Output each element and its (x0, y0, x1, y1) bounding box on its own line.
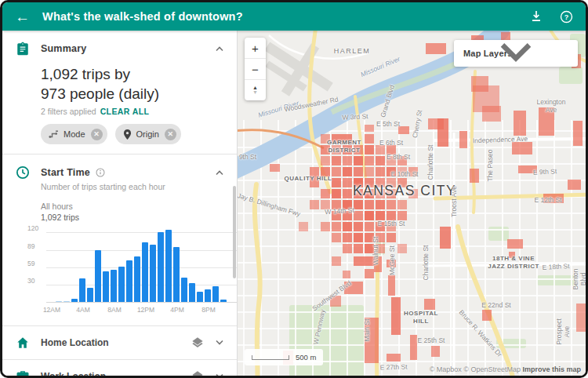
clear-all-button[interactable]: CLEAR ALL (100, 107, 150, 116)
pitch-toggle-button[interactable]: ▲▼ (245, 80, 266, 100)
work-location-row[interactable]: Work Location (2, 359, 237, 376)
clock-icon (15, 165, 31, 180)
info-icon[interactable] (96, 168, 105, 177)
walkshed-block (507, 239, 523, 249)
walkshed-block (365, 189, 374, 198)
pitch-icon: ▲▼ (252, 85, 258, 95)
map-canvas[interactable]: HARLEMMissouri RiverMissouri RiverWoodsw… (238, 31, 586, 376)
walkshed-block (568, 180, 581, 190)
walkshed-block (376, 233, 385, 242)
walkshed-block (539, 107, 554, 136)
walkshed-block (387, 167, 396, 176)
chevron-down-icon[interactable] (215, 340, 224, 346)
walkshed-block (343, 200, 352, 209)
walkshed-block (376, 189, 385, 198)
summary-section-title: Summary (41, 43, 86, 54)
walkshed-block (543, 194, 564, 203)
walkshed-block (321, 156, 330, 165)
histogram-bar (95, 250, 101, 302)
walkshed-block (397, 156, 407, 165)
map-layers-dropdown[interactable]: Map Layers (454, 40, 578, 67)
walkshed-block (440, 227, 451, 249)
start-time-subtitle: Number of trips starting each hour (41, 182, 224, 191)
improve-map-link[interactable]: Improve this map (522, 365, 581, 373)
walkshed-block (518, 165, 537, 173)
walkshed-block (388, 275, 395, 296)
histogram-bar (87, 288, 93, 302)
chevron-down-icon[interactable] (215, 373, 224, 376)
map-zoom-control: + − ▲▼ (245, 38, 266, 100)
filter-chip-mode[interactable]: Mode ✕ (41, 124, 107, 144)
walkshed-block (270, 164, 280, 172)
walkshed-block (387, 200, 396, 209)
work-location-label: Work Location (41, 371, 180, 376)
start-time-section-header[interactable]: Start Time (15, 164, 224, 181)
walkshed-block (387, 354, 401, 362)
walkshed-block (431, 346, 440, 357)
y-tick-label: 59 (27, 260, 45, 267)
zoom-out-button[interactable]: − (245, 59, 266, 80)
home-icon (15, 335, 31, 351)
pin-icon (123, 129, 132, 140)
walkshed-block (354, 145, 363, 154)
walkshed-block (509, 252, 515, 258)
sidebar-scrollbar[interactable] (233, 186, 236, 278)
walkshed-block (365, 244, 374, 253)
summary-section-header[interactable]: Summary (15, 40, 224, 57)
walkshed-block (424, 299, 435, 310)
walkshed-block (376, 178, 385, 187)
histogram-bar (205, 289, 211, 302)
walkshed-block (376, 156, 385, 165)
home-location-row[interactable]: Home Location (2, 325, 237, 359)
walkshed-block (365, 134, 374, 144)
chip-close-icon[interactable]: ✕ (91, 129, 103, 140)
walkshed-block (397, 200, 407, 209)
layers-icon[interactable] (191, 370, 204, 376)
scale-ruler (252, 355, 289, 360)
walkshed-block (321, 145, 330, 154)
histogram-bar (71, 299, 78, 302)
histogram-bar (56, 301, 62, 302)
map-scale: 500 m (245, 349, 323, 365)
walkshed-block (332, 189, 341, 198)
walkshed-block (343, 145, 352, 154)
help-button[interactable]: ? (560, 10, 573, 24)
chip-close-icon[interactable]: ✕ (165, 129, 176, 140)
walkshed-block (391, 297, 401, 335)
y-tick-label: 120 (27, 224, 45, 232)
trips-headline-line1: 1,092 trips by (41, 64, 224, 84)
histogram-bar (220, 300, 227, 302)
walkshed-block (321, 222, 330, 231)
walkshed-block (310, 167, 319, 187)
download-button[interactable] (530, 10, 543, 23)
app-window: ← What's the walk-shed of downtown? ? Su… (0, 0, 588, 378)
summary-section: Summary 1,092 trips by 973 people (daily… (2, 31, 237, 154)
back-button[interactable]: ← (15, 9, 30, 24)
walkshed-block (365, 167, 374, 176)
zoom-in-button[interactable]: + (245, 38, 266, 59)
y-tick-label: 89 (27, 242, 45, 250)
walkshed-block (321, 189, 330, 198)
walkshed-block (321, 200, 330, 209)
download-icon (530, 10, 543, 23)
walkshed-block (299, 222, 308, 231)
walkshed-block (365, 125, 374, 132)
histogram-bar (118, 267, 125, 302)
filter-chip-origin[interactable]: Origin ✕ (115, 124, 181, 144)
walkshed-block (428, 118, 444, 129)
chevron-up-icon[interactable] (215, 169, 224, 176)
svg-text:?: ? (564, 13, 569, 21)
hour-range: All hours 1,092 trips (41, 201, 224, 223)
walkshed-block (387, 260, 396, 267)
walkshed-block (459, 131, 467, 148)
layers-icon[interactable] (191, 336, 204, 349)
histogram-bar (111, 270, 117, 302)
walkshed-block (426, 43, 446, 54)
walkshed-block (573, 121, 583, 146)
chevron-down-icon (454, 40, 578, 67)
walkshed-block (376, 222, 385, 231)
walkshed-block (365, 222, 374, 231)
attribution-text: © Mapbox © OpenStreetMap (430, 365, 523, 373)
chevron-up-icon[interactable] (215, 45, 224, 52)
filters-row: 2 filters appliedCLEAR ALL (41, 107, 224, 116)
